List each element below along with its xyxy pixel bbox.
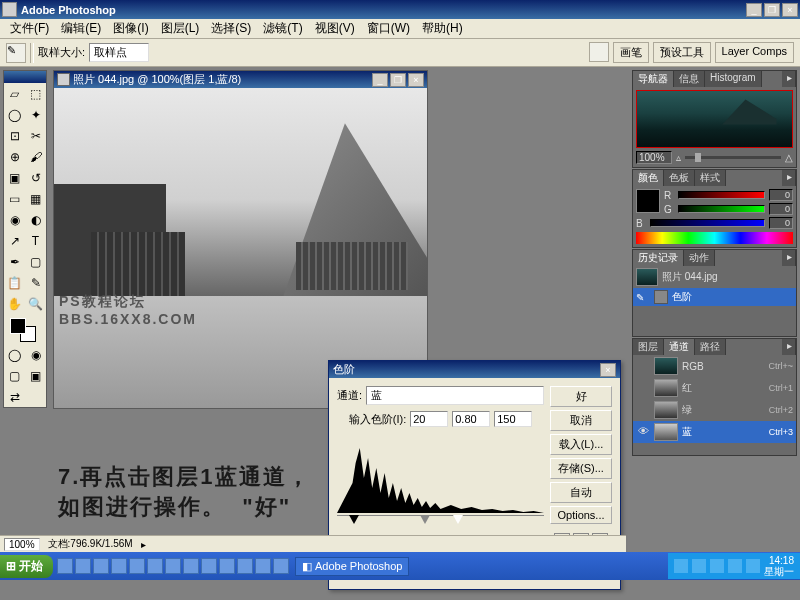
save-button[interactable]: 存储(S)... [550,458,612,479]
tab-navigator[interactable]: 导航器 [633,71,674,87]
panel-menu-icon[interactable]: ▸ [782,170,796,186]
tool-dodge[interactable]: ◐ [25,209,46,230]
g-slider[interactable] [678,205,765,213]
tab-info[interactable]: 信息 [674,71,705,87]
tab-paths[interactable]: 路径 [695,339,726,355]
zoom-out-icon[interactable]: ▵ [676,152,681,163]
tab-history[interactable]: 历史记录 [633,250,684,266]
quicklaunch-9[interactable] [201,558,217,574]
input-gamma[interactable] [452,411,490,427]
zoom-in-icon[interactable]: △ [785,152,793,163]
visibility-icon[interactable] [636,359,650,373]
b-slider[interactable] [650,219,765,227]
zoom-display[interactable]: 100% [4,538,40,551]
g-value[interactable]: 0 [769,203,793,215]
channel-blue[interactable]: 👁 蓝 Ctrl+3 [633,421,796,443]
channel-green[interactable]: 绿 Ctrl+2 [633,399,796,421]
history-brush-icon[interactable]: ✎ [636,292,650,303]
load-button[interactable]: 载入(L)... [550,434,612,455]
status-arrow-icon[interactable]: ▸ [141,539,146,550]
menu-window[interactable]: 窗口(W) [361,18,416,39]
menu-help[interactable]: 帮助(H) [416,18,469,39]
menu-filter[interactable]: 滤镜(T) [257,18,308,39]
tool-zoom[interactable]: 🔍 [25,293,46,314]
quicklaunch-8[interactable] [183,558,199,574]
zoom-slider[interactable] [685,156,781,159]
menu-file[interactable]: 文件(F) [4,18,55,39]
input-slider[interactable] [337,515,544,527]
foreground-color-swatch[interactable] [10,318,26,334]
tool-marquee[interactable]: ⬚ [25,83,46,104]
panel-menu-icon[interactable]: ▸ [782,71,796,87]
tool-brush[interactable]: 🖌 [25,146,46,167]
tab-layer-comps[interactable]: Layer Comps [715,42,794,63]
visibility-icon[interactable] [636,381,650,395]
quicklaunch-12[interactable] [255,558,271,574]
menu-view[interactable]: 视图(V) [309,18,361,39]
tray-icon-3[interactable] [710,559,724,573]
cancel-button[interactable]: 取消 [550,410,612,431]
tray-icon-2[interactable] [692,559,706,573]
tab-color[interactable]: 颜色 [633,170,664,186]
sample-size-dropdown[interactable]: 取样点 [89,43,149,62]
input-shadow[interactable] [410,411,448,427]
tool-shape[interactable]: ▢ [25,251,46,272]
tool-notes[interactable]: 📋 [4,272,25,293]
tool-healing[interactable]: ⊕ [4,146,25,167]
quicklaunch-10[interactable] [219,558,235,574]
tool-hand[interactable]: ✋ [4,293,25,314]
tool-pen[interactable]: ✒ [4,251,25,272]
quicklaunch-4[interactable] [111,558,127,574]
tray-icon-5[interactable] [746,559,760,573]
history-item-levels[interactable]: ✎ 色阶 [633,288,796,306]
channel-red[interactable]: 红 Ctrl+1 [633,377,796,399]
tab-styles[interactable]: 样式 [695,170,726,186]
tool-path[interactable]: ↗ [4,230,25,251]
shadow-slider[interactable] [349,515,359,524]
tab-channels[interactable]: 通道 [664,339,695,355]
tool-type[interactable]: T [25,230,46,251]
levels-close[interactable]: × [600,363,616,377]
tool-stamp[interactable]: ▣ [4,167,25,188]
tool-eyedropper[interactable]: ✎ [25,272,46,293]
r-slider[interactable] [678,191,765,199]
panel-menu-icon[interactable]: ▸ [782,250,796,266]
current-tool-icon[interactable]: ✎ [6,43,26,63]
quicklaunch-6[interactable] [147,558,163,574]
quicklaunch-13[interactable] [273,558,289,574]
tab-layers[interactable]: 图层 [633,339,664,355]
minimize-button[interactable]: _ [746,3,762,17]
menu-edit[interactable]: 编辑(E) [55,18,107,39]
quicklaunch-7[interactable] [165,558,181,574]
tab-swatches[interactable]: 色板 [664,170,695,186]
input-highlight[interactable] [494,411,532,427]
taskbar-app-photoshop[interactable]: ◧ Adobe Photoshop [295,557,409,576]
jump-to-imageready[interactable]: ⇄ [4,386,25,407]
ok-button[interactable]: 好 [550,386,612,407]
panel-menu-icon[interactable]: ▸ [782,339,796,355]
doc-maximize[interactable]: ❐ [390,73,406,87]
tool-lasso[interactable]: ◯ [4,104,25,125]
tool-move[interactable]: ▱ [4,83,25,104]
navigator-thumbnail[interactable] [636,90,793,148]
color-swatch[interactable] [636,189,660,213]
menu-layer[interactable]: 图层(L) [155,18,206,39]
options-button[interactable]: Options... [550,506,612,524]
history-snapshot[interactable]: 照片 044.jpg [633,266,796,288]
channel-rgb[interactable]: RGB Ctrl+~ [633,355,796,377]
doc-minimize[interactable]: _ [372,73,388,87]
tab-brushes[interactable]: 画笔 [613,42,649,63]
close-button[interactable]: × [782,3,798,17]
tool-blur[interactable]: ◉ [4,209,25,230]
zoom-input[interactable] [636,151,672,164]
tool-slice[interactable]: ✂ [25,125,46,146]
quicklaunch-2[interactable] [75,558,91,574]
quicklaunch-5[interactable] [129,558,145,574]
tab-tool-presets[interactable]: 预设工具 [653,42,711,63]
screen-mode-1[interactable]: ▢ [4,365,25,386]
channel-dropdown[interactable]: 蓝 [366,386,544,405]
tab-histogram[interactable]: Histogram [705,71,762,87]
quicklaunch-11[interactable] [237,558,253,574]
quicklaunch-3[interactable] [93,558,109,574]
highlight-slider[interactable] [453,515,463,524]
